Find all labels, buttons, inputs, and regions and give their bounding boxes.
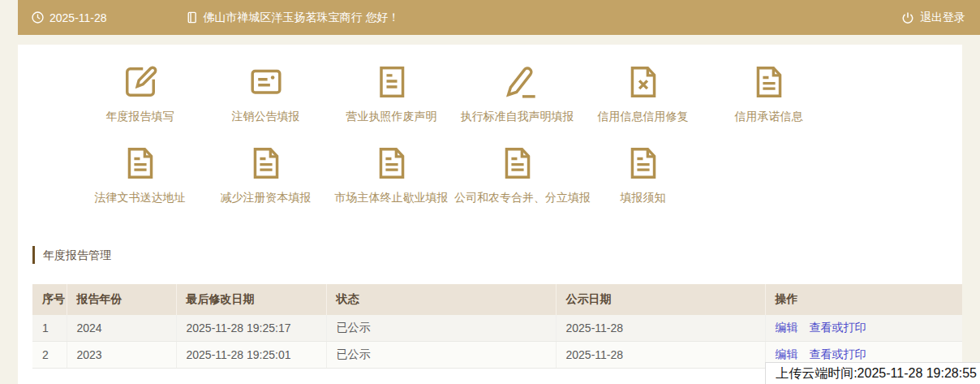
doc-lines-icon: [329, 61, 454, 103]
column-header: 操作: [765, 284, 962, 315]
last-modified-cell: 2025-11-28 19:25:01: [176, 342, 326, 369]
table-row: 120242025-11-28 19:25:17已公示2025-11-28编辑查…: [32, 315, 962, 342]
annual-report-table: 序号报告年份最后修改日期状态公示日期操作 120242025-11-28 19:…: [32, 284, 962, 369]
doc-fold-lines-icon: [580, 142, 706, 184]
shortcut-营业执照作废声明[interactable]: 营业执照作废声明: [329, 61, 454, 123]
shortcut-label: 执行标准自我声明填报: [454, 110, 580, 123]
shortcut-row-1: 年度报告填写注销公告填报营业执照作废声明执行标准自我声明填报信用信息信用修复信用…: [77, 61, 832, 123]
clock-icon: [31, 11, 45, 24]
shortcut-label: 减少注册资本填报: [203, 191, 329, 204]
shortcut-label: 法律文书送达地址: [77, 191, 203, 204]
column-header: 序号: [32, 284, 67, 315]
shortcut-市场主体终止歇业填报[interactable]: 市场主体终止歇业填报: [329, 142, 454, 204]
shortcut-执行标准自我声明填报[interactable]: 执行标准自我声明填报: [454, 61, 580, 123]
annual-report-section-title: 年度报告管理: [32, 246, 111, 264]
column-header: 最后修改日期: [176, 284, 326, 315]
shortcut-信用承诺信息[interactable]: 信用承诺信息: [706, 61, 832, 123]
view-or-print-link[interactable]: 查看或打印: [810, 321, 866, 334]
status-cell: 已公示: [326, 315, 556, 342]
shortcut-法律文书送达地址[interactable]: 法律文书送达地址: [77, 142, 203, 204]
column-header: 公示日期: [556, 284, 765, 315]
shortcut-label: 营业执照作废声明: [329, 110, 454, 123]
column-header: 报告年份: [67, 284, 176, 315]
shortcut-label: 信用信息信用修复: [580, 110, 706, 123]
shortcut-label: 市场主体终止歇业填报: [329, 191, 454, 204]
edit-link[interactable]: 编辑: [776, 321, 798, 334]
current-date: 2025-11-28: [49, 11, 107, 24]
doc-fold-lines-icon: [454, 142, 580, 184]
logout-button[interactable]: 退出登录: [900, 11, 965, 25]
upload-time-stamp: 上传云端时间:2025-11-28 19:28:55: [765, 362, 980, 384]
actions-cell: 编辑查看或打印: [765, 315, 962, 342]
publish-date-cell: 2025-11-28: [556, 315, 765, 342]
year-cell: 2023: [67, 342, 176, 369]
doc-x-icon: [580, 61, 706, 103]
top-bar: 2025-11-28 佛山市禅城区洋玉扬茗珠宝商行 您好！ 退出登录: [18, 0, 980, 35]
doc-fold-lines-icon: [706, 61, 832, 103]
shortcut-label: 公司和农专合并、分立填报: [454, 191, 580, 204]
power-icon: [900, 11, 915, 25]
doc-fold-lines-icon: [77, 142, 203, 184]
view-or-print-link[interactable]: 查看或打印: [810, 347, 866, 360]
seq-cell: 1: [32, 315, 67, 342]
shortcut-label: 填报须知: [580, 191, 706, 204]
company-greeting-group: 佛山市禅城区洋玉扬茗珠宝商行 您好！: [185, 11, 400, 25]
shortcut-label: 年度报告填写: [77, 110, 203, 123]
shortcut-label: 信用承诺信息: [706, 110, 832, 123]
year-cell: 2024: [67, 315, 176, 342]
last-modified-cell: 2025-11-28 19:25:17: [176, 315, 326, 342]
main-panel: 年度报告填写注销公告填报营业执照作废声明执行标准自我声明填报信用信息信用修复信用…: [18, 45, 962, 384]
column-header: 状态: [326, 284, 556, 315]
shortcut-注销公告填报[interactable]: 注销公告填报: [203, 61, 329, 123]
edit-square-icon: [77, 61, 203, 103]
table-header-row: 序号报告年份最后修改日期状态公示日期操作: [32, 284, 962, 315]
publish-date-cell: 2025-11-28: [556, 342, 765, 369]
shortcut-年度报告填写[interactable]: 年度报告填写: [77, 61, 203, 123]
current-date-group: 2025-11-28: [31, 11, 107, 24]
edit-link[interactable]: 编辑: [776, 347, 798, 360]
doc-fold-lines-icon: [329, 142, 454, 184]
shortcut-信用信息信用修复[interactable]: 信用信息信用修复: [580, 61, 706, 123]
pencil-underline-icon: [454, 61, 580, 103]
certificate-icon: [185, 11, 199, 24]
card-lines-icon: [203, 61, 329, 103]
status-cell: 已公示: [326, 342, 556, 369]
shortcut-row-2: 法律文书送达地址减少注册资本填报市场主体终止歇业填报公司和农专合并、分立填报填报…: [77, 142, 706, 204]
company-greeting: 佛山市禅城区洋玉扬茗珠宝商行 您好！: [204, 11, 400, 25]
shortcut-填报须知[interactable]: 填报须知: [580, 142, 706, 204]
shortcut-减少注册资本填报[interactable]: 减少注册资本填报: [203, 142, 329, 204]
shortcut-公司和农专合并、分立填报[interactable]: 公司和农专合并、分立填报: [454, 142, 580, 204]
logout-label: 退出登录: [920, 11, 965, 25]
seq-cell: 2: [32, 342, 67, 369]
doc-fold-lines-icon: [203, 142, 329, 184]
shortcut-label: 注销公告填报: [203, 110, 329, 123]
